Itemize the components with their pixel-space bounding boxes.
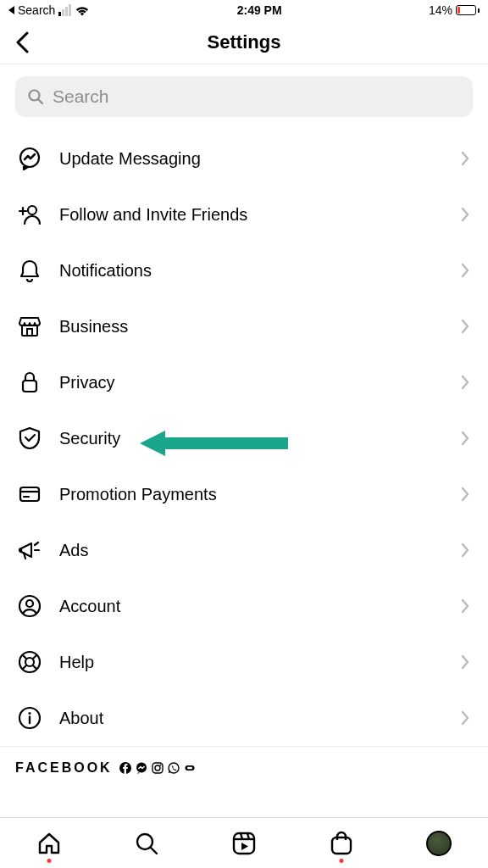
svg-point-0 (30, 91, 40, 101)
svg-line-12 (35, 542, 38, 545)
tab-home[interactable] (35, 829, 64, 858)
help-icon (17, 649, 42, 675)
back-button[interactable] (10, 31, 34, 54)
credit-card-icon (17, 481, 42, 507)
settings-item-label: Follow and Invite Friends (59, 205, 444, 225)
lock-icon (17, 370, 42, 395)
svg-line-22 (33, 665, 37, 670)
svg-rect-8 (23, 381, 36, 392)
chevron-right-icon (461, 318, 471, 335)
shield-check-icon (17, 426, 42, 451)
brand-text: FACEBOOK (15, 760, 113, 776)
settings-item-label: Business (59, 317, 444, 337)
chevron-right-icon (461, 150, 471, 167)
tab-shop[interactable] (327, 829, 356, 858)
search-icon (27, 88, 44, 105)
footer-branding: FACEBOOK (0, 747, 488, 782)
storefront-icon (17, 314, 42, 339)
svg-point-17 (19, 652, 40, 672)
chevron-right-icon (461, 654, 471, 670)
status-time: 2:49 PM (237, 3, 282, 17)
facebook-icon (119, 762, 132, 775)
tab-profile[interactable] (424, 829, 453, 858)
battery-icon (456, 5, 480, 15)
account-icon (17, 593, 42, 619)
settings-item-security[interactable]: Security (0, 410, 488, 466)
messenger-icon (17, 146, 42, 171)
settings-list: Update Messaging Follow and Invite Frien… (0, 125, 488, 782)
chevron-right-icon (461, 206, 471, 223)
page-header: Settings (0, 20, 488, 64)
settings-item-label: Update Messaging (59, 149, 444, 169)
settings-item-label: Help (59, 653, 444, 672)
notification-dot (340, 859, 344, 863)
svg-rect-33 (187, 767, 192, 769)
cellular-signal-icon (58, 4, 71, 16)
avatar (426, 831, 452, 856)
svg-point-30 (160, 765, 162, 766)
settings-item-label: Ads (59, 541, 444, 560)
tab-reels[interactable] (230, 829, 258, 858)
settings-item-label: Notifications (59, 261, 444, 281)
svg-rect-9 (20, 487, 39, 501)
chevron-right-icon (461, 430, 471, 447)
megaphone-icon (17, 537, 42, 563)
tab-bar (0, 817, 488, 868)
bell-icon (17, 258, 42, 283)
svg-rect-37 (234, 833, 254, 854)
notification-dot (47, 859, 51, 863)
svg-line-1 (39, 100, 43, 104)
messenger-brand-icon (136, 762, 148, 775)
settings-item-business[interactable]: Business (0, 298, 488, 354)
info-icon (17, 705, 42, 731)
settings-item-label: Promotion Payments (59, 485, 444, 504)
instagram-brand-icon (152, 762, 164, 775)
whatsapp-brand-icon (168, 762, 180, 775)
settings-item-label: Security (59, 429, 444, 448)
svg-line-36 (151, 848, 157, 854)
svg-line-20 (33, 655, 37, 659)
tab-search[interactable] (132, 829, 161, 858)
status-bar: Search 2:49 PM 14% (0, 0, 488, 20)
chevron-right-icon (461, 542, 471, 559)
search-input[interactable] (53, 86, 461, 107)
add-person-icon (17, 202, 42, 227)
oculus-brand-icon (184, 762, 197, 775)
chevron-right-icon (461, 598, 471, 615)
settings-item-notifications[interactable]: Notifications (0, 242, 488, 298)
svg-rect-41 (332, 837, 351, 854)
svg-rect-7 (27, 329, 32, 336)
svg-line-21 (23, 665, 27, 670)
settings-item-follow-invite[interactable]: Follow and Invite Friends (0, 186, 488, 242)
settings-item-about[interactable]: About (0, 690, 488, 746)
settings-item-label: Account (59, 597, 444, 616)
chevron-right-icon (461, 262, 471, 279)
svg-rect-6 (22, 326, 37, 336)
settings-item-help[interactable]: Help (0, 634, 488, 690)
svg-point-24 (28, 712, 30, 715)
svg-point-3 (28, 206, 36, 214)
settings-item-label: About (59, 709, 444, 728)
settings-item-update-messaging[interactable]: Update Messaging (0, 131, 488, 186)
search-box[interactable] (15, 76, 473, 117)
svg-point-16 (26, 600, 33, 607)
back-to-app-icon[interactable] (8, 6, 14, 14)
battery-percent: 14% (429, 3, 452, 17)
settings-item-promotion-payments[interactable]: Promotion Payments (0, 466, 488, 522)
settings-item-privacy[interactable]: Privacy (0, 354, 488, 410)
settings-item-label: Privacy (59, 373, 444, 392)
back-to-app-label[interactable]: Search (18, 3, 55, 17)
settings-item-ads[interactable]: Ads (0, 522, 488, 578)
chevron-right-icon (461, 486, 471, 503)
svg-line-19 (23, 655, 27, 659)
settings-item-account[interactable]: Account (0, 578, 488, 634)
page-title: Settings (208, 31, 281, 53)
svg-point-29 (155, 765, 160, 771)
wifi-icon (75, 5, 90, 16)
chevron-right-icon (461, 709, 471, 726)
chevron-right-icon (461, 374, 471, 391)
svg-rect-28 (152, 763, 163, 773)
